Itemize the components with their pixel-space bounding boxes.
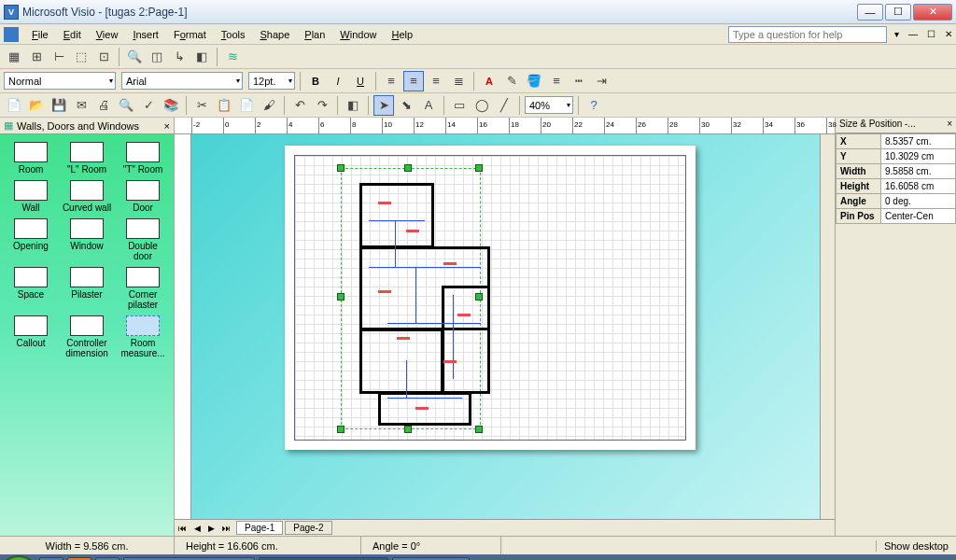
connect-icon[interactable]: ⊡ (93, 47, 114, 67)
ellipse-tool-button[interactable]: ◯ (471, 95, 492, 116)
selection-handle[interactable] (337, 164, 344, 172)
sp-value-width[interactable]: 9.5858 cm. (881, 164, 956, 179)
align-left-button[interactable]: ≡ (381, 71, 401, 91)
fill-color-button[interactable]: 🪣 (524, 71, 544, 91)
save-button[interactable]: 💾 (49, 95, 69, 116)
tab-nav-last[interactable]: ⏭ (218, 524, 234, 533)
shape-stencil--t-room[interactable]: "T" Room (116, 140, 170, 176)
shape-stencil-room-measure-[interactable]: Room measure... (116, 314, 170, 360)
drawing-surface[interactable] (191, 134, 820, 519)
copy-button[interactable]: 📋 (214, 95, 234, 116)
mdi-close[interactable]: ☐ (925, 27, 937, 41)
bold-button[interactable]: B (305, 71, 326, 91)
tab-nav-next[interactable]: ▶ (204, 524, 218, 533)
zoom-icon[interactable]: 🔍 (124, 47, 145, 67)
mdi-restore[interactable]: — (907, 27, 920, 41)
grid2-icon[interactable]: ⊞ (26, 47, 47, 67)
shape-stencil-controller-dimension[interactable]: Controller dimension (60, 314, 114, 360)
sp-value-pinpos[interactable]: Center-Cen (881, 209, 956, 224)
selection-handle[interactable] (475, 164, 483, 172)
sp-value-x[interactable]: 8.5357 cm. (881, 134, 956, 149)
menu-plan[interactable]: Plan (297, 27, 332, 42)
close-button[interactable]: ✕ (913, 4, 952, 21)
shape-stencil--l-room[interactable]: "L" Room (60, 140, 114, 176)
page-tab-1[interactable]: Page-1 (236, 521, 283, 535)
connector-tool-button[interactable]: ⬊ (396, 95, 416, 116)
line-tool-button[interactable]: ╱ (494, 95, 514, 116)
line-weight-button[interactable]: ≡ (546, 71, 567, 91)
show-desktop-button[interactable]: Show desktop (876, 540, 956, 552)
menu-format[interactable]: Format (166, 27, 214, 42)
undo-button[interactable]: ↶ (289, 95, 310, 116)
shapes-window-button[interactable]: ◧ (343, 95, 363, 116)
line-pattern-button[interactable]: ┅ (569, 71, 589, 91)
print-button[interactable]: 🖨 (93, 95, 114, 116)
start-button[interactable] (2, 555, 35, 560)
font-select[interactable]: Arial (121, 72, 243, 90)
drawing-page[interactable] (285, 146, 696, 450)
guides-icon[interactable]: ⬚ (71, 47, 91, 67)
horizontal-scrollbar[interactable] (332, 521, 836, 536)
shape-stencil-opening[interactable]: Opening (4, 217, 58, 263)
shape-stencil-pilaster[interactable]: Pilaster (60, 265, 114, 312)
connector-icon[interactable]: ↳ (169, 47, 190, 67)
line-ends-button[interactable]: ⇥ (591, 71, 612, 91)
shape-stencil-wall[interactable]: Wall (4, 178, 58, 215)
menu-shape[interactable]: Shape (252, 27, 297, 42)
selection-handle[interactable] (337, 293, 344, 301)
underline-button[interactable]: U (350, 71, 371, 91)
italic-button[interactable]: I (328, 71, 348, 91)
pointer-tool-button[interactable]: ➤ (373, 95, 394, 116)
sp-value-y[interactable]: 10.3029 cm (881, 149, 956, 164)
size-position-close[interactable]: × (947, 119, 952, 132)
cut-button[interactable]: ✂ (191, 95, 212, 116)
menu-help[interactable]: Help (384, 27, 420, 42)
pan-icon[interactable]: ◫ (147, 47, 167, 67)
grid-icon[interactable]: ▦ (4, 47, 24, 67)
research-button[interactable]: 📚 (161, 95, 181, 116)
shape-stencil-curved-wall[interactable]: Curved wall (60, 178, 114, 215)
shape-stencil-space[interactable]: Space (4, 265, 58, 312)
size-select[interactable]: 12pt. (248, 72, 295, 90)
mdi-x[interactable]: ✕ (943, 27, 954, 41)
align-right-button[interactable]: ≡ (426, 71, 446, 91)
ruler-icon[interactable]: ⊢ (49, 47, 69, 67)
sp-value-height[interactable]: 16.6058 cm (881, 179, 956, 194)
shapes-icon[interactable]: ◧ (191, 47, 212, 67)
help-button[interactable]: ? (583, 95, 604, 116)
menu-window[interactable]: Window (332, 27, 384, 42)
zoom-select[interactable]: 40% (525, 96, 573, 114)
page-tab-2[interactable]: Page-2 (285, 521, 331, 535)
tab-nav-prev[interactable]: ◀ (190, 524, 204, 533)
shape-stencil-window[interactable]: Window (60, 217, 114, 263)
shape-stencil-double-door[interactable]: Double door (116, 217, 170, 263)
menu-view[interactable]: View (89, 27, 126, 42)
spell-button[interactable]: ✓ (138, 95, 159, 116)
menu-tools[interactable]: Tools (214, 27, 253, 42)
shape-stencil-room[interactable]: Room (4, 140, 58, 176)
layers-icon[interactable]: ≋ (222, 47, 243, 67)
redo-button[interactable]: ↷ (312, 95, 332, 116)
floor-plan[interactable] (350, 174, 555, 435)
tab-nav-first[interactable]: ⏮ (175, 524, 190, 533)
preview-button[interactable]: 🔍 (116, 95, 136, 116)
format-painter-button[interactable]: 🖌 (259, 95, 279, 116)
style-select[interactable]: Normal (4, 72, 116, 90)
menu-file[interactable]: File (24, 27, 56, 42)
menu-edit[interactable]: Edit (56, 27, 89, 42)
sp-value-angle[interactable]: 0 deg. (881, 194, 956, 209)
paste-button[interactable]: 📄 (236, 95, 257, 116)
shape-stencil-door[interactable]: Door (116, 178, 170, 215)
font-color-button[interactable]: A (479, 71, 499, 91)
text-tool-button[interactable]: A (418, 95, 439, 116)
minimize-button[interactable]: — (857, 4, 883, 21)
new-button[interactable]: 📄 (4, 95, 24, 116)
mail-button[interactable]: ✉ (71, 95, 91, 116)
shape-stencil-corner-pilaster[interactable]: Corner pilaster (116, 265, 170, 312)
menu-insert[interactable]: Insert (125, 27, 166, 42)
selection-handle[interactable] (337, 426, 344, 433)
mdi-minimize[interactable]: ▾ (893, 27, 901, 41)
open-button[interactable]: 📂 (26, 95, 47, 116)
shapes-panel-close[interactable]: × (164, 120, 170, 132)
rectangle-tool-button[interactable]: ▭ (449, 95, 470, 116)
